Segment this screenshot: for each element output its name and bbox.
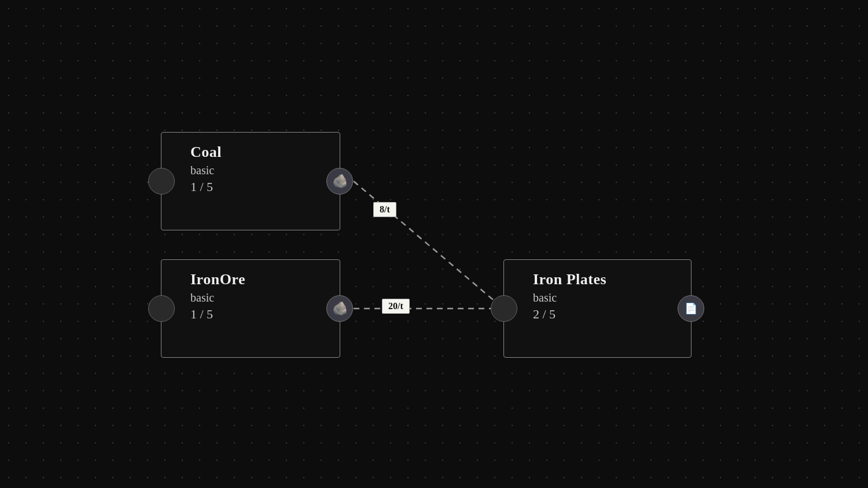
flow-label-coal: 8/t xyxy=(373,202,396,217)
iron-ore-title: IronOre xyxy=(190,270,326,288)
iron-ore-left-connector[interactable] xyxy=(148,295,175,322)
flow-label-iron-ore: 20/t xyxy=(382,299,410,314)
iron-plates-node[interactable]: Iron Plates basic 2 / 5 📄 xyxy=(503,259,692,358)
iron-ore-node[interactable]: IronOre basic 1 / 5 🪨 xyxy=(161,259,340,358)
iron-ore-right-connector[interactable]: 🪨 xyxy=(326,295,353,322)
ore-icon: 🪨 xyxy=(332,302,348,315)
iron-plates-right-connector[interactable]: 📄 xyxy=(678,295,704,322)
iron-plates-title: Iron Plates xyxy=(533,270,677,288)
coal-type: basic xyxy=(190,163,326,177)
connections-layer xyxy=(0,0,868,488)
iron-plates-type: basic xyxy=(533,291,677,304)
iron-ore-type: basic xyxy=(190,291,326,304)
rock-icon: 🪨 xyxy=(332,175,348,188)
plate-icon: 📄 xyxy=(685,303,697,314)
canvas: Coal basic 1 / 5 🪨 IronOre basic 1 / 5 🪨… xyxy=(0,0,868,488)
coal-title: Coal xyxy=(190,143,326,161)
coal-left-connector[interactable] xyxy=(148,168,175,195)
svg-line-0 xyxy=(354,181,503,309)
coal-node[interactable]: Coal basic 1 / 5 🪨 xyxy=(161,132,340,230)
iron-ore-count: 1 / 5 xyxy=(190,307,326,322)
coal-right-connector[interactable]: 🪨 xyxy=(326,168,353,195)
coal-count: 1 / 5 xyxy=(190,179,326,195)
iron-plates-left-connector[interactable] xyxy=(491,295,517,322)
iron-plates-count: 2 / 5 xyxy=(533,307,677,322)
